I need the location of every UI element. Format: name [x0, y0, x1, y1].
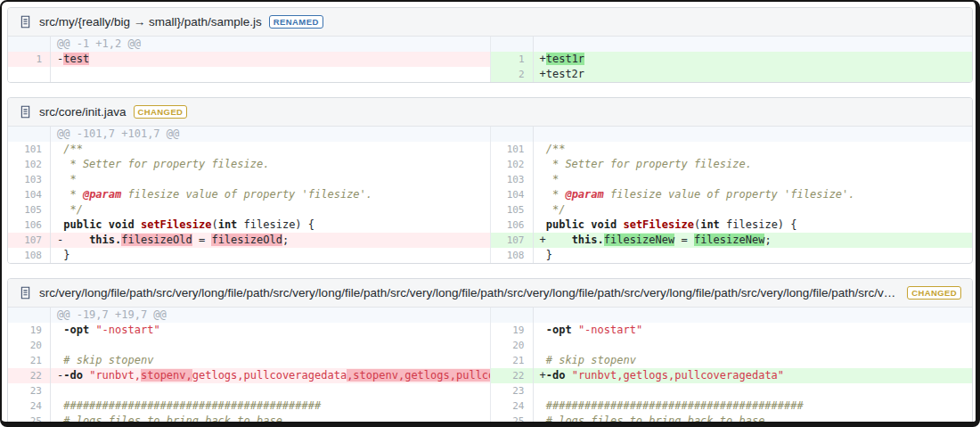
line-number: 102 [491, 157, 534, 172]
line-number: 19 [491, 323, 534, 338]
code-text: # skip stopenv [51, 353, 490, 368]
hunk-header-row [491, 127, 973, 142]
code-text: +-do "runbvt,getlogs,pullcoveragedata" [534, 368, 973, 383]
diff-line-context: 105 */ [491, 202, 973, 218]
line-number: 104 [8, 187, 51, 202]
code-text [51, 67, 490, 82]
code-text: * [51, 172, 490, 187]
line-number [8, 37, 51, 52]
hunk-header-row: @@ -1 +1,2 @@ [8, 37, 490, 52]
code-text: * Setter for property filesize. [51, 157, 490, 172]
line-number: 21 [491, 353, 534, 368]
code-text: # logs files to bring back to base [51, 414, 490, 427]
line-number: 106 [8, 218, 51, 233]
code-text: -test [51, 52, 490, 67]
code-text: + this.filesizeNew = filesizeNew; [534, 233, 973, 248]
file-path: src/my/{really/big → small}/path/sample.… [39, 15, 262, 29]
diff-line-context: 106 public void setFilesize(int filesize… [8, 218, 490, 233]
line-number: 23 [491, 383, 534, 398]
file-diff-card-long-path: src/very/long/file/path/src/very/long/fi… [7, 278, 973, 427]
code-text: +test2r [534, 67, 973, 82]
hunk-header-row: @@ -19,7 +19,7 @@ [8, 308, 490, 323]
diff-line-context: 101 /** [8, 142, 490, 157]
code-text: * Setter for property filesize. [534, 157, 973, 172]
side-by-side-diff: @@ -19,7 +19,7 @@19 -opt "-nostart"2021 … [8, 308, 972, 427]
line-number: 101 [8, 142, 51, 157]
file-diff-card-sample-js: src/my/{really/big → small}/path/sample.… [7, 7, 973, 83]
line-number [491, 37, 534, 52]
hunk-header-text [534, 37, 973, 52]
file-header[interactable]: src/my/{really/big → small}/path/sample.… [8, 8, 972, 37]
code-text: } [51, 248, 490, 263]
code-text: --do "runbvt,stopenv,getlogs,pullcoverag… [51, 368, 490, 383]
diff-line-removed: 1-test [8, 52, 490, 67]
line-number [491, 308, 534, 323]
diff-line-context: 24 #####################################… [8, 398, 490, 414]
code-text: public void setFilesize(int filesize) { [534, 218, 973, 233]
status-badge-renamed: RENAMED [269, 15, 323, 29]
code-text: -opt "-nostart" [534, 323, 973, 338]
diff-pane-old: @@ -101,7 +101,7 @@101 /**102 * Setter f… [8, 127, 490, 263]
diff-line-context: 20 [491, 338, 973, 353]
diff-line-context: 21 # skip stopenv [8, 353, 490, 368]
line-number [8, 308, 51, 323]
hunk-header-text [534, 127, 973, 142]
code-text: /** [534, 142, 973, 157]
diff-pane-old: @@ -1 +1,2 @@1-test [8, 37, 490, 82]
diff-line-context: 23 [491, 383, 973, 398]
line-number [8, 127, 51, 142]
line-number: 24 [491, 398, 534, 414]
line-number: 24 [8, 398, 51, 414]
line-number: 104 [491, 187, 534, 202]
diff-line-context: 25 # logs files to bring back to base [8, 414, 490, 427]
diff-line-context: 106 public void setFilesize(int filesize… [491, 218, 973, 233]
diff-line-context: 25 # logs files to bring back to base [491, 414, 973, 427]
code-text: -opt "-nostart" [51, 323, 490, 338]
line-number: 106 [491, 218, 534, 233]
code-text: } [534, 248, 973, 263]
line-number: 108 [491, 248, 534, 263]
line-number: 22 [8, 368, 51, 383]
file-path: src/core/init.java [39, 105, 127, 119]
line-number: 107 [8, 233, 51, 248]
diff-line-context: 103 * [8, 172, 490, 187]
hunk-header-row: @@ -101,7 +101,7 @@ [8, 127, 490, 142]
line-number: 108 [8, 248, 51, 263]
hunk-header-text [534, 308, 973, 323]
line-number: 102 [8, 157, 51, 172]
hunk-header-row [491, 308, 973, 323]
diff-line-removed: 22--do "runbvt,stopenv,getlogs,pullcover… [8, 368, 490, 383]
code-text: ######################################## [534, 398, 973, 414]
diff-line-context: 104 * @param filesize value of property … [491, 187, 973, 202]
file-header[interactable]: src/core/init.java CHANGED [8, 98, 972, 127]
diff-pane-new: 19 -opt "-nostart"2021 # skip stopenv22+… [490, 308, 973, 427]
diff-line-added: 2+test2r [491, 67, 973, 82]
document-icon [19, 15, 32, 29]
status-badge-changed: CHANGED [907, 286, 961, 300]
side-by-side-diff: @@ -101,7 +101,7 @@101 /**102 * Setter f… [8, 127, 972, 263]
diff-line-context: 19 -opt "-nostart" [8, 323, 490, 338]
hunk-header-text: @@ -101,7 +101,7 @@ [51, 127, 490, 142]
status-badge-changed: CHANGED [134, 105, 188, 119]
code-text: ######################################## [51, 398, 490, 414]
line-number [8, 67, 51, 82]
file-header[interactable]: src/very/long/file/path/src/very/long/fi… [8, 279, 972, 308]
diff-line-context: 24 #####################################… [491, 398, 973, 414]
code-text: # logs files to bring back to base [534, 414, 973, 427]
code-text [51, 338, 490, 353]
diff-line-context: 19 -opt "-nostart" [491, 323, 973, 338]
code-text [51, 383, 490, 398]
diff-line-context: 108 } [491, 248, 973, 263]
diff-line-context: 104 * @param filesize value of property … [8, 187, 490, 202]
diff-pane-new: 101 /**102 * Setter for property filesiz… [490, 127, 973, 263]
line-number: 25 [8, 414, 51, 427]
line-number: 1 [491, 52, 534, 67]
line-number: 107 [491, 233, 534, 248]
diff-line-removed: 107- this.filesizeOld = filesizeOld; [8, 233, 490, 248]
code-text: * [534, 172, 973, 187]
line-number: 23 [8, 383, 51, 398]
file-path: src/very/long/file/path/src/very/long/fi… [39, 286, 900, 300]
code-text: * @param filesize value of property 'fil… [534, 187, 973, 202]
code-text: public void setFilesize(int filesize) { [51, 218, 490, 233]
diff-filler-row [8, 67, 490, 82]
